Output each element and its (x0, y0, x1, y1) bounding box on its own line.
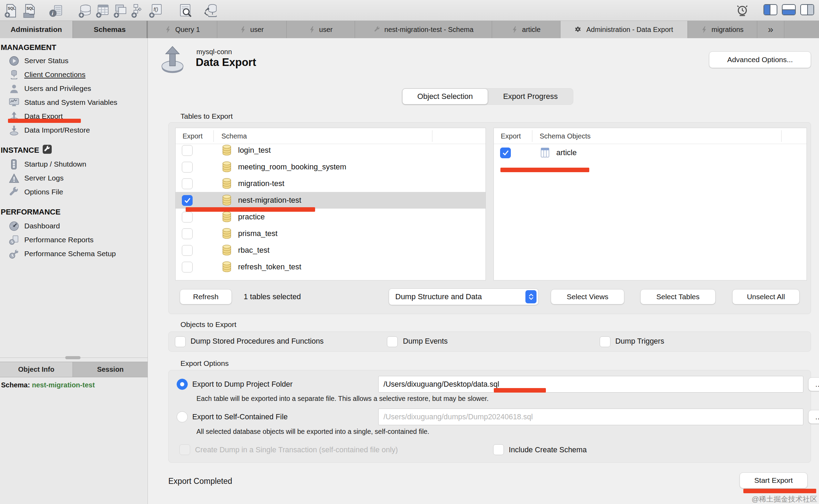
svg-text:SQL: SQL (8, 6, 16, 10)
create-function-icon[interactable]: f() (147, 3, 163, 19)
advanced-options-button[interactable]: Advanced Options... (709, 51, 811, 68)
objects-to-export-label: Objects to Export (180, 320, 236, 329)
dump-procedures-checkbox[interactable] (175, 336, 186, 347)
tab-overflow-glyph: » (768, 24, 774, 35)
database-icon (222, 261, 232, 274)
tables-to-export-label: Tables to Export (180, 112, 233, 120)
search-objects-icon[interactable] (178, 3, 194, 19)
checkbox-unchecked[interactable] (182, 162, 193, 173)
include-create-schema-label: Include Create Schema (509, 446, 587, 454)
editor-tab-data-export[interactable]: Administration - Data Export (560, 21, 688, 38)
create-schema-icon[interactable] (77, 3, 93, 19)
sidebar-item-performance-reports[interactable]: Performance Reports (0, 233, 148, 247)
sidebar-item-performance-schema-setup[interactable]: Performance Schema Setup (0, 247, 148, 261)
start-export-button[interactable]: Start Export (740, 472, 808, 488)
tab-export-progress[interactable]: Export Progress (488, 89, 573, 104)
database-icon (222, 178, 232, 191)
watermark: @稀土掘金技术社区 (752, 494, 817, 504)
sidebar-splitter[interactable] (0, 358, 148, 358)
table-row-refresh-token-test[interactable]: refresh_token_test (176, 259, 486, 275)
notifications-icon[interactable] (736, 4, 749, 18)
table-row-nest-migration-test[interactable]: nest-migration-test (176, 192, 486, 209)
sidebar-item-users-privileges[interactable]: Users and Privileges (0, 82, 148, 95)
export-folder-path-field[interactable] (378, 376, 803, 393)
inspector-icon[interactable]: i (48, 3, 64, 19)
table-row-migration-test[interactable]: migration-test (176, 175, 486, 192)
export-file-note: All selected database objects will be ex… (196, 428, 429, 436)
checkbox-unchecked[interactable] (182, 178, 193, 189)
select-tables-button[interactable]: Select Tables (640, 289, 716, 304)
sidebar-item-dashboard[interactable]: Dashboard (0, 219, 148, 233)
export-file-radio[interactable] (177, 411, 188, 422)
table-row-login-test[interactable]: login_test (176, 144, 486, 159)
dump-events-checkbox[interactable] (387, 336, 398, 347)
panel-tab-schemas[interactable]: Schemas (73, 21, 147, 38)
sidebar-item-status-variables[interactable]: Status and System Variables (0, 95, 148, 109)
export-folder-path-input[interactable] (378, 376, 803, 393)
include-create-schema-checkbox[interactable] (493, 444, 504, 455)
editor-tab-user-1[interactable]: user (217, 21, 287, 38)
checkbox-checked[interactable] (500, 148, 511, 158)
export-file-path-field[interactable] (378, 409, 803, 425)
export-folder-radio[interactable] (177, 379, 188, 390)
tab-overflow-button[interactable]: » (757, 21, 784, 38)
editor-tab-user-2[interactable]: user (287, 21, 355, 38)
tab-session[interactable]: Session (73, 362, 148, 377)
sidebar-item-data-import[interactable]: Data Import/Restore (0, 123, 148, 137)
table-row-prisma-test[interactable]: prisma_test (176, 225, 486, 242)
table-row-article[interactable]: article (494, 144, 807, 161)
svg-text:SQL: SQL (27, 6, 34, 10)
browse-file-button[interactable]: .. (808, 410, 819, 424)
refresh-button[interactable]: Refresh (180, 289, 232, 304)
dump-type-select[interactable]: Dump Structure and Data (389, 288, 539, 305)
create-procedure-icon[interactable] (130, 3, 146, 19)
reconnect-database-icon[interactable] (203, 3, 219, 19)
sidebar-item-server-status[interactable]: Server Status (0, 54, 148, 68)
lightning-icon (165, 26, 171, 34)
checkbox-checked[interactable] (182, 195, 193, 206)
database-icon (222, 161, 232, 174)
panel-tab-administration[interactable]: Administration (0, 21, 73, 38)
tab-object-info[interactable]: Object Info (0, 362, 73, 377)
create-view-icon[interactable] (112, 3, 128, 19)
table-row-rbac-test[interactable]: rbac_test (176, 242, 486, 259)
checkbox-unchecked[interactable] (182, 212, 193, 222)
tab-object-selection[interactable]: Object Selection (402, 89, 488, 104)
open-sql-script-icon[interactable]: SQL (22, 3, 37, 19)
checkbox-unchecked[interactable] (182, 145, 193, 156)
dump-triggers-checkbox[interactable] (600, 336, 610, 347)
sidebar-item-options-file[interactable]: Options File (0, 185, 148, 199)
toggle-right-panel-icon[interactable] (800, 4, 814, 15)
toggle-bottom-panel-icon[interactable] (782, 4, 796, 15)
toggle-left-panel-icon[interactable] (763, 4, 777, 15)
connection-name: mysql-conn (196, 48, 232, 56)
single-transaction-checkbox[interactable] (179, 444, 190, 455)
selection-summary: 1 tables selected (244, 289, 301, 304)
splitter-handle[interactable] (65, 356, 81, 359)
editor-tab-label: Query 1 (175, 26, 200, 34)
dump-procedures-label: Dump Stored Procedures and Functions (191, 337, 324, 346)
editor-tab-schema[interactable]: nest-migration-test - Schema (355, 21, 492, 38)
mode-tabs: Object Selection Export Progress (402, 88, 573, 105)
editor-tab-migrations[interactable]: migrations (688, 21, 757, 38)
schemas-rows: login_test meeting_room_booking_system m… (176, 144, 486, 280)
browse-folder-button[interactable]: .. (808, 377, 819, 391)
create-table-icon[interactable] (94, 3, 110, 19)
schema-label: Schema: (1, 381, 30, 389)
checkbox-unchecked[interactable] (182, 228, 193, 239)
lightning-icon (512, 26, 518, 34)
table-row-meeting-room[interactable]: meeting_room_booking_system (176, 159, 486, 175)
unselect-all-button[interactable]: Unselect All (732, 289, 800, 304)
editor-tab-query1[interactable]: Query 1 (148, 21, 217, 38)
sidebar-item-client-connections[interactable]: Client Connections (0, 68, 148, 82)
sidebar-item-server-logs[interactable]: Server Logs (0, 171, 148, 185)
checkbox-unchecked[interactable] (182, 262, 193, 272)
checkbox-unchecked[interactable] (182, 245, 193, 256)
tab-bar: Administration Schemas Query 1 user user… (0, 21, 819, 38)
editor-tab-article[interactable]: article (492, 21, 560, 38)
sidebar-item-startup-shutdown[interactable]: Startup / Shutdown (0, 157, 148, 171)
select-views-button[interactable]: Select Views (551, 289, 624, 304)
main-toolbar: SQL SQL i f() (0, 0, 819, 21)
new-sql-tab-icon[interactable]: SQL (3, 3, 19, 19)
export-file-path-input[interactable] (378, 409, 803, 425)
